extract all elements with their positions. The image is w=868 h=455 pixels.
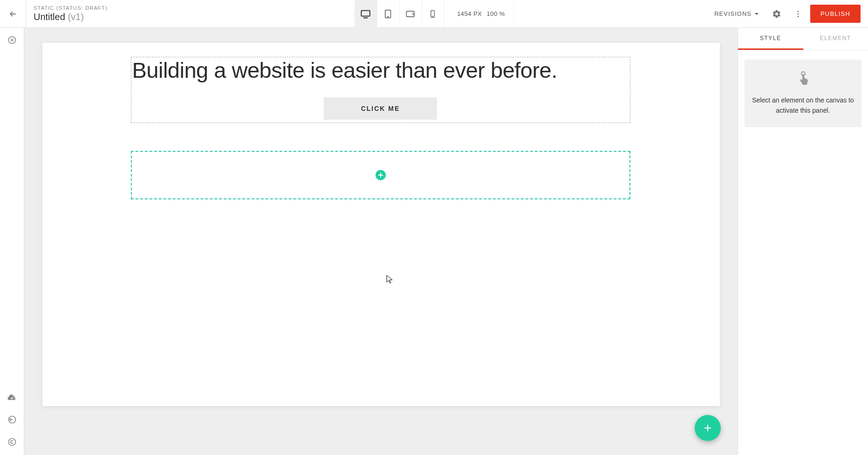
tab-style[interactable]: STYLE [738,28,803,50]
settings-button[interactable] [767,5,786,23]
cloud-status[interactable] [6,391,19,404]
device-phone[interactable] [422,0,444,28]
button-row: CLICK ME [131,97,630,120]
revisions-label: REVISIONS [714,10,752,17]
cta-button[interactable]: CLICK ME [324,97,437,120]
back-button[interactable] [0,0,26,28]
gear-icon [772,9,781,19]
svg-point-4 [413,14,413,14]
page-canvas[interactable]: Building a website is easier than ever b… [42,43,720,406]
device-switcher: 1454 PX 100 % [354,0,514,28]
device-tablet-landscape[interactable] [399,0,422,28]
undo-button[interactable] [6,413,19,426]
plus-icon [703,423,712,433]
page-version: (v1) [68,12,83,22]
publish-button[interactable]: PUBLISH [810,5,861,23]
title-block: STATIC (STATUS: DRAFT) Untitled (v1) [26,5,119,22]
panel-tabs: STYLE ELEMENT [738,28,868,50]
zoom-display: 1454 PX 100 % [444,0,514,28]
canvas-area[interactable]: Building a website is easier than ever b… [24,28,738,455]
svg-point-8 [797,13,799,14]
copyright-button[interactable] [6,435,19,448]
tap-icon [797,71,810,87]
device-desktop[interactable] [355,0,377,28]
copyright-icon [7,437,17,447]
plus-circle-icon [7,35,17,45]
tablet-portrait-icon [383,9,393,19]
fab-add[interactable] [695,415,721,441]
page-title: Untitled (v1) [34,12,119,22]
section-hero[interactable]: Building a website is easier than ever b… [131,57,630,123]
tab-element[interactable]: ELEMENT [803,28,868,50]
top-header: STATIC (STATUS: DRAFT) Untitled (v1) [0,0,868,28]
plus-icon [378,172,383,178]
tablet-landscape-icon [405,9,416,19]
page-status: STATIC (STATUS: DRAFT) [34,5,119,11]
desktop-icon [361,9,371,19]
empty-section[interactable] [131,151,630,199]
svg-rect-0 [361,10,369,16]
panel-placeholder-text: Select an element on the canvas to activ… [752,95,854,116]
add-element-button[interactable] [376,170,386,180]
device-tablet-portrait[interactable] [377,0,399,28]
undo-icon [7,415,17,424]
revisions-dropdown[interactable]: REVISIONS [709,10,765,17]
more-vertical-icon [794,10,802,18]
more-button[interactable] [789,5,807,23]
page-title-text: Untitled [34,12,65,22]
phone-icon [429,9,437,19]
panel-placeholder: Select an element on the canvas to activ… [745,60,861,127]
zoom-level: 100 % [487,10,505,17]
hero-headline[interactable]: Building a website is easier than ever b… [131,57,630,82]
svg-point-7 [797,11,799,12]
cloud-check-icon [7,394,17,401]
caret-down-icon [754,12,759,16]
canvas-width: 1454 PX [457,10,482,17]
svg-point-6 [432,16,433,16]
right-panel: STYLE ELEMENT Select an element on the c… [738,28,868,455]
cursor-icon [386,275,394,284]
arrow-left-icon [8,9,18,19]
svg-point-12 [8,439,15,446]
header-right: REVISIONS PUBLISH [709,5,868,23]
add-section-button[interactable] [6,34,19,47]
svg-point-9 [797,15,799,17]
left-rail [0,28,24,455]
svg-point-2 [388,16,388,17]
